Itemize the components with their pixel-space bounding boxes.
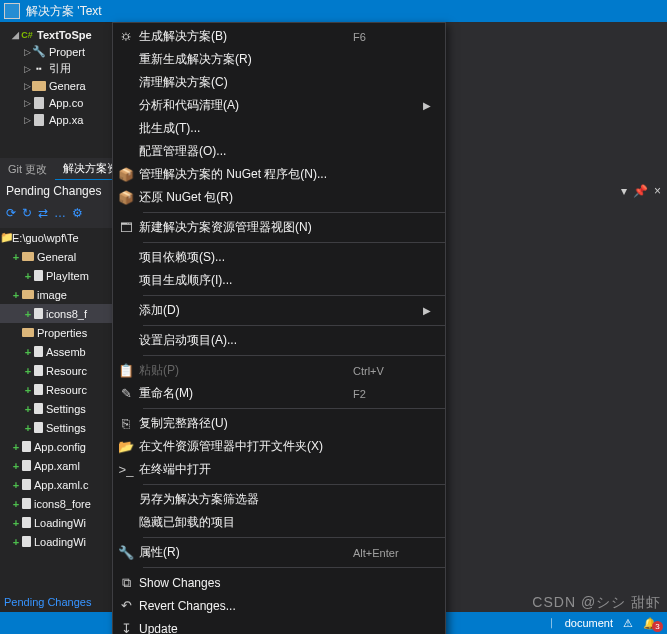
pending-item-label: Properties (37, 327, 87, 339)
csproj-icon: C# (20, 29, 34, 41)
tree-item[interactable]: ▷🔧Propert (0, 43, 112, 60)
menu-item[interactable]: ✎重命名(M)F2 (113, 382, 445, 405)
menu-item[interactable]: ↶Revert Changes... (113, 594, 445, 617)
menu-item-label: 添加(D) (139, 302, 353, 319)
warning-icon[interactable]: ⚠ (623, 617, 633, 630)
folder-icon (22, 290, 34, 299)
notification-count: 3 (652, 621, 663, 632)
menu-item[interactable]: 清理解决方案(C) (113, 71, 445, 94)
menu-item[interactable]: 批生成(T)... (113, 117, 445, 140)
tool-window-tab[interactable]: Git 更改 (0, 158, 55, 180)
tree-item[interactable]: ▷Genera (0, 77, 112, 94)
menu-item[interactable]: 📦管理解决方案的 NuGet 程序包(N)... (113, 163, 445, 186)
change-plus-icon: + (22, 346, 34, 358)
toolbar-button[interactable]: ↻ (22, 206, 32, 220)
expand-icon[interactable]: ▷ (22, 115, 32, 125)
menu-item-label: 清理解决方案(C) (139, 74, 353, 91)
menu-item-label: 管理解决方案的 NuGet 程序包(N)... (139, 166, 353, 183)
pending-root[interactable]: 📁E:\guo\wpf\Te (0, 228, 112, 247)
menu-item-label: 设置启动项目(A)... (139, 332, 353, 349)
tree-item[interactable]: ▷▪▪引用 (0, 60, 112, 77)
pending-item[interactable]: +Resourc (0, 361, 112, 380)
pending-item-label: General (37, 251, 76, 263)
menu-item[interactable]: ↧Update (113, 617, 445, 634)
menu-item[interactable]: 配置管理器(O)... (113, 140, 445, 163)
menu-item-shortcut: Ctrl+V (353, 365, 423, 377)
pending-item[interactable]: +App.xaml.c (0, 475, 112, 494)
menu-item[interactable]: 设置启动项目(A)... (113, 329, 445, 352)
menu-item[interactable]: 重新生成解决方案(R) (113, 48, 445, 71)
menu-item[interactable]: ⛭生成解决方案(B)F6 (113, 25, 445, 48)
menu-item[interactable]: 🔧属性(R)Alt+Enter (113, 541, 445, 564)
pending-item[interactable]: +image (0, 285, 112, 304)
menu-item[interactable]: ⧉Show Changes (113, 571, 445, 594)
pending-item[interactable]: +LoadingWi (0, 513, 112, 532)
expand-icon[interactable]: ◢ (10, 30, 20, 40)
pending-item[interactable]: +Resourc (0, 380, 112, 399)
expand-icon[interactable]: ▷ (22, 81, 32, 91)
pending-item-label: Resourc (46, 384, 87, 396)
close-icon[interactable]: × (654, 184, 661, 198)
menu-item[interactable]: 分析和代码清理(A)▶ (113, 94, 445, 117)
dropdown-icon[interactable]: ▾ (621, 184, 627, 198)
pending-item[interactable]: +App.config (0, 437, 112, 456)
menu-item[interactable]: 📦还原 NuGet 包(R) (113, 186, 445, 209)
pending-item[interactable]: +Assemb (0, 342, 112, 361)
pending-item[interactable]: +Settings (0, 418, 112, 437)
menu-separator (143, 242, 445, 243)
folder-icon (22, 252, 34, 261)
menu-item[interactable]: 项目生成顺序(I)... (113, 269, 445, 292)
menu-item-label: 复制完整路径(U) (139, 415, 353, 432)
notifications-button[interactable]: 🔔 3 (643, 617, 657, 630)
menu-separator (143, 295, 445, 296)
file-icon (34, 384, 43, 395)
solution-explorer-title-bar: 解决方案 'Text (0, 0, 667, 22)
pending-item[interactable]: +Settings (0, 399, 112, 418)
pending-item[interactable]: Properties (0, 323, 112, 342)
pending-item[interactable]: +App.xaml (0, 456, 112, 475)
expand-icon[interactable]: ▷ (22, 98, 32, 108)
pending-item-label: Settings (46, 422, 86, 434)
toolbar-button[interactable]: … (54, 206, 66, 220)
menu-item-icon: 📋 (113, 363, 139, 378)
menu-item[interactable]: >_在终端中打开 (113, 458, 445, 481)
pending-item[interactable]: +General (0, 247, 112, 266)
menu-item-icon: ✎ (113, 386, 139, 401)
menu-item[interactable]: 添加(D)▶ (113, 299, 445, 322)
toolbar-button[interactable]: ⟳ (6, 206, 16, 220)
menu-item[interactable]: ⎘复制完整路径(U) (113, 412, 445, 435)
menu-item-icon: ⛭ (113, 29, 139, 44)
branch-icon[interactable]: ᛁ (548, 617, 555, 629)
change-plus-icon: + (10, 498, 22, 510)
menu-item[interactable]: 另存为解决方案筛选器 (113, 488, 445, 511)
menu-item[interactable]: 📂在文件资源管理器中打开文件夹(X) (113, 435, 445, 458)
menu-item-label: 配置管理器(O)... (139, 143, 353, 160)
menu-item-shortcut: Alt+Enter (353, 547, 423, 559)
pin-icon[interactable]: 📌 (633, 184, 648, 198)
pending-changes-tree: 📁E:\guo\wpf\Te+General+PlayItem+image+ic… (0, 228, 112, 608)
menu-separator (143, 537, 445, 538)
tree-item-label: App.xa (49, 114, 83, 126)
pending-item[interactable]: +icons8_fore (0, 494, 112, 513)
menu-item-icon: 🔧 (113, 545, 139, 560)
expand-icon[interactable]: ▷ (22, 47, 32, 57)
title-text: 解决方案 'Text (26, 3, 102, 20)
expand-icon[interactable]: ▷ (22, 64, 32, 74)
pending-item[interactable]: +LoadingWi (0, 532, 112, 551)
tree-item[interactable]: ▷App.xa (0, 111, 112, 128)
tree-item[interactable]: ◢C#TextToSpe (0, 26, 112, 43)
tree-item[interactable]: ▷App.co (0, 94, 112, 111)
menu-item-label: 属性(R) (139, 544, 353, 561)
menu-item[interactable]: 隐藏已卸载的项目 (113, 511, 445, 534)
toolbar-button[interactable]: ⇄ (38, 206, 48, 220)
toolbar-button[interactable]: ⚙ (72, 206, 83, 220)
pending-item[interactable]: +icons8_f (0, 304, 112, 323)
pending-item[interactable]: +PlayItem (0, 266, 112, 285)
status-doc-label[interactable]: document (565, 617, 613, 629)
pending-item-label: image (37, 289, 67, 301)
menu-item[interactable]: 项目依赖项(S)... (113, 246, 445, 269)
menu-item-icon: 🗔 (113, 220, 139, 235)
folder-icon (22, 328, 34, 337)
menu-item[interactable]: 🗔新建解决方案资源管理器视图(N) (113, 216, 445, 239)
submenu-arrow-icon: ▶ (423, 100, 435, 111)
